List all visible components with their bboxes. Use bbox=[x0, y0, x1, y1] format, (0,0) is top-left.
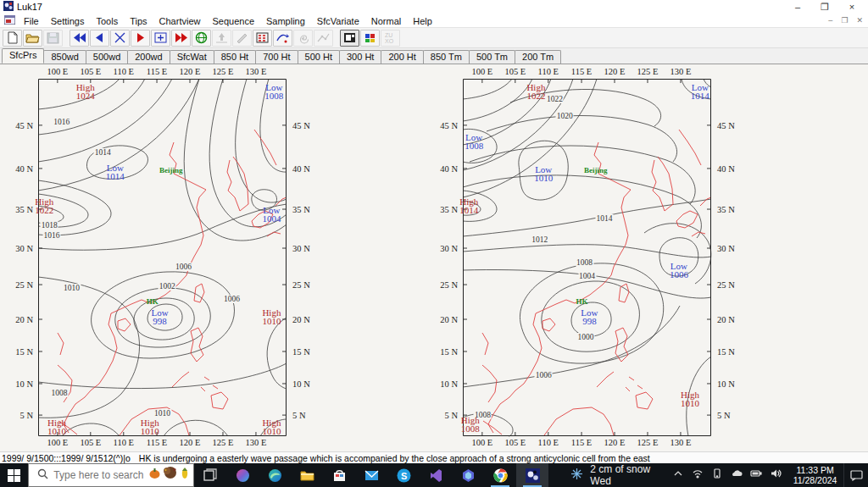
contour-label: 1012 bbox=[531, 235, 548, 244]
tab-500wd[interactable]: 500wd bbox=[86, 50, 128, 64]
tab-850wd[interactable]: 850wd bbox=[43, 50, 86, 64]
lon-label-bottom: 110 E bbox=[114, 438, 134, 447]
clock-time: 11:33 PM bbox=[793, 465, 837, 475]
menu-chartview[interactable]: Chartview bbox=[153, 15, 207, 27]
lon-label-top: 130 E bbox=[246, 67, 267, 76]
start-button[interactable] bbox=[0, 463, 28, 487]
lon-label-top: 100 E bbox=[471, 67, 492, 76]
lon-label-top: 110 E bbox=[538, 67, 559, 76]
menu-sfcvariate[interactable]: SfcVariate bbox=[311, 15, 365, 27]
fit-window-button[interactable] bbox=[151, 30, 170, 47]
palette-button[interactable] bbox=[360, 30, 380, 47]
rewind-button[interactable] bbox=[70, 30, 89, 47]
lon-label-bottom: 105 E bbox=[80, 438, 101, 447]
taskbar-app-task-view[interactable] bbox=[194, 463, 226, 487]
taskbar-app-edge[interactable] bbox=[259, 463, 291, 487]
search-box[interactable] bbox=[28, 463, 194, 487]
taskbar: S 2 cm of snow Wed 11:33 PM 11/28/2024 bbox=[0, 463, 868, 487]
lon-label-bottom: 130 E bbox=[670, 438, 692, 447]
taskbar-app-mail[interactable] bbox=[355, 463, 387, 487]
tab-850-ht[interactable]: 850 Ht bbox=[214, 50, 256, 64]
tab-700-ht[interactable]: 700 Ht bbox=[255, 50, 298, 64]
contour-label: 1008 bbox=[576, 258, 593, 267]
contour-label: 1016 bbox=[43, 231, 61, 240]
lat-label-left: 10 N bbox=[440, 379, 458, 388]
close-button[interactable]: × bbox=[846, 2, 858, 13]
lon-label-top: 110 E bbox=[114, 67, 134, 76]
taskbar-app-luk17[interactable] bbox=[516, 463, 548, 487]
weather-widget[interactable]: 2 cm of snow Wed bbox=[560, 463, 666, 487]
tab-200wd[interactable]: 200wd bbox=[127, 50, 170, 64]
layout-button[interactable] bbox=[340, 30, 359, 47]
contour-label: 1018 bbox=[41, 221, 58, 230]
taskbar-app-visual-studio[interactable] bbox=[420, 463, 452, 487]
tab-850-tm[interactable]: 850 Tm bbox=[423, 50, 470, 64]
battery-icon[interactable] bbox=[750, 468, 762, 483]
lat-label-left: 25 N bbox=[15, 280, 33, 290]
lon-label-bottom: 125 E bbox=[213, 438, 234, 447]
menu-settings[interactable]: Settings bbox=[45, 15, 91, 27]
globe-button[interactable] bbox=[192, 30, 211, 47]
mdi-close-button[interactable]: ✕ bbox=[856, 16, 863, 25]
taskbar-app-skype[interactable]: S bbox=[387, 463, 420, 487]
pressure-center-label: High1024 bbox=[76, 83, 95, 100]
taskbar-app-file-explorer[interactable] bbox=[291, 463, 323, 487]
lat-label-left: 20 N bbox=[15, 315, 33, 324]
onedrive-icon[interactable] bbox=[731, 468, 743, 483]
mdi-restore-button[interactable]: ❐ bbox=[841, 16, 848, 25]
new-button[interactable] bbox=[3, 30, 22, 47]
open-button[interactable] bbox=[23, 30, 42, 47]
contour-label: 1014 bbox=[596, 214, 614, 223]
pressure-center-label: High1008 bbox=[461, 416, 480, 433]
step-back-button[interactable] bbox=[90, 30, 109, 47]
wifi-icon[interactable] bbox=[692, 468, 704, 483]
taskbar-app-chrome[interactable] bbox=[484, 463, 516, 487]
tab-sfcwat[interactable]: SfcWat bbox=[170, 50, 214, 64]
menu-file[interactable]: File bbox=[18, 15, 45, 27]
city-label: HK bbox=[147, 297, 159, 306]
pressure-center-label: Low1004 bbox=[262, 206, 281, 223]
system-tray bbox=[667, 463, 787, 487]
menu-sequence[interactable]: Sequence bbox=[206, 15, 260, 27]
fast-forward-button[interactable] bbox=[171, 30, 191, 47]
tab-200-tm[interactable]: 200 Tm bbox=[515, 50, 561, 64]
pressure-center-label: High1010 bbox=[47, 418, 66, 435]
lat-label-left: 30 N bbox=[15, 244, 33, 253]
lon-label-top: 115 E bbox=[571, 67, 592, 76]
lat-label-right: 30 N bbox=[717, 244, 735, 253]
menu-help[interactable]: Help bbox=[407, 15, 438, 27]
taskbar-app-copilot[interactable] bbox=[226, 463, 259, 487]
lon-label-bottom: 120 E bbox=[180, 438, 201, 447]
lon-label-top: 120 E bbox=[180, 67, 201, 76]
lon-label-top: 105 E bbox=[80, 67, 101, 76]
stream-button[interactable] bbox=[273, 30, 292, 47]
tab-500-ht[interactable]: 500 Ht bbox=[298, 50, 340, 64]
taskbar-app-dev-hex[interactable] bbox=[452, 463, 484, 487]
tab-sfcprs[interactable]: SfcPrs bbox=[2, 48, 44, 64]
table-button[interactable] bbox=[253, 30, 272, 47]
restore-button[interactable]: ❐ bbox=[819, 2, 831, 13]
search-input[interactable] bbox=[53, 469, 148, 481]
mdi-minimize-button[interactable]: – bbox=[828, 16, 832, 25]
menu-sampling[interactable]: Sampling bbox=[260, 15, 311, 27]
lat-label-left: 25 N bbox=[440, 280, 458, 290]
cancel-x-button[interactable] bbox=[110, 30, 130, 47]
minimize-button[interactable]: – bbox=[792, 2, 804, 13]
menu-normal[interactable]: Normal bbox=[365, 15, 407, 27]
left-chart: 100 E100 E105 E105 E110 E110 E115 E115 E… bbox=[38, 79, 287, 436]
volume-icon[interactable] bbox=[770, 468, 782, 483]
tab-500-tm[interactable]: 500 Tm bbox=[469, 50, 515, 64]
tab-300-ht[interactable]: 300 Ht bbox=[339, 50, 381, 64]
chevron-up-icon[interactable] bbox=[672, 468, 684, 483]
contour-label: 1022 bbox=[546, 95, 564, 103]
window-title: Luk17 bbox=[17, 2, 792, 12]
clock[interactable]: 11:33 PM 11/28/2024 bbox=[787, 463, 844, 487]
tab-200-ht[interactable]: 200 Ht bbox=[381, 50, 423, 64]
svg-text:S: S bbox=[401, 470, 407, 480]
menu-tips[interactable]: Tips bbox=[124, 15, 153, 27]
menu-tools[interactable]: Tools bbox=[90, 15, 124, 27]
taskbar-app-store[interactable] bbox=[323, 463, 355, 487]
phone-link-icon[interactable] bbox=[711, 468, 723, 483]
play-button[interactable] bbox=[131, 30, 150, 47]
notification-center-icon[interactable] bbox=[843, 463, 868, 487]
